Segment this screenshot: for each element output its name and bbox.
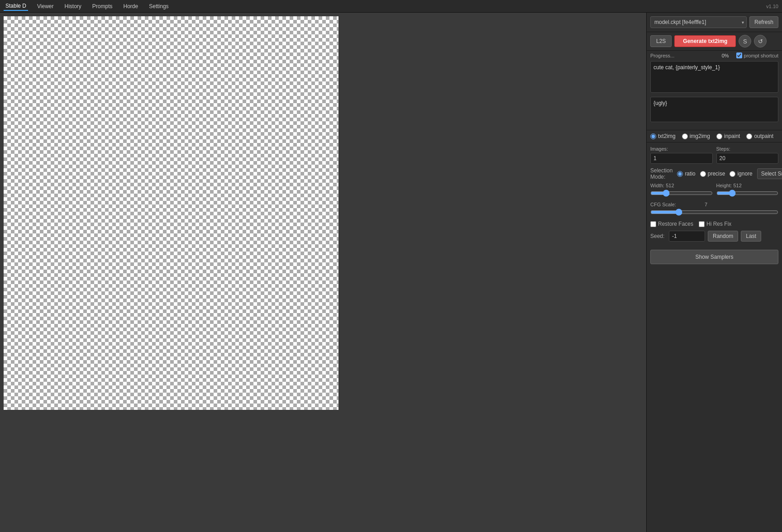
height-label: Height: 512	[716, 183, 779, 188]
menu-item-history[interactable]: History	[63, 2, 83, 10]
smart-preset-select[interactable]: Select Smart Preset Square Portrait Land…	[757, 168, 782, 179]
model-select-wrapper: model.ckpt [fe4efffe1]	[650, 16, 747, 28]
dimensions-row: Width: 512 Height: 512	[650, 183, 778, 198]
mode-inpaint[interactable]: inpaint	[716, 133, 740, 139]
menu-item-horde[interactable]: Horde	[122, 2, 140, 10]
s-icon-button[interactable]: S	[739, 35, 751, 48]
mode-img2img[interactable]: img2img	[682, 133, 710, 139]
width-value: 512	[666, 183, 674, 188]
version-label: v1.10	[766, 4, 778, 9]
height-field: Height: 512	[716, 183, 779, 198]
restore-faces-label[interactable]: Restore Faces	[650, 221, 693, 227]
mode-outpaint[interactable]: outpaint	[746, 133, 773, 139]
selection-ratio[interactable]: ratio	[677, 171, 695, 177]
mode-row: txt2img img2img inpaint outpaint	[647, 130, 782, 142]
canvas-area	[0, 13, 646, 532]
restore-faces-checkbox[interactable]	[650, 221, 656, 227]
right-panel: model.ckpt [fe4efffe1] Refresh L2S Gener…	[646, 13, 782, 532]
canvas[interactable]	[4, 16, 339, 410]
seed-input[interactable]	[669, 231, 705, 242]
selection-ratio-label: ratio	[685, 171, 695, 177]
width-slider[interactable]	[650, 190, 713, 197]
progress-value: 0%	[722, 53, 729, 58]
menu-bar: Stable D Viewer History Prompts Horde Se…	[0, 0, 782, 13]
action-row: L2S Generate txt2img S ↺	[647, 32, 782, 51]
selection-precise[interactable]: precise	[700, 171, 725, 177]
smart-preset-wrapper: Select Smart Preset Square Portrait Land…	[757, 168, 782, 179]
prompt-shortcut-label[interactable]: prompt shortcut	[736, 52, 778, 58]
prompt-section	[647, 61, 782, 130]
menu-item-settings[interactable]: Settings	[147, 2, 170, 10]
random-button[interactable]: Random	[708, 231, 738, 242]
hi-res-fix-checkbox[interactable]	[699, 221, 705, 227]
mode-img2img-label: img2img	[690, 133, 710, 139]
width-label: Width: 512	[650, 183, 713, 188]
steps-field: Steps:	[716, 146, 779, 164]
model-select[interactable]: model.ckpt [fe4efffe1]	[650, 16, 747, 28]
menu-item-stable-d[interactable]: Stable D	[4, 2, 28, 11]
progress-row: Progress... 0% prompt shortcut	[647, 51, 782, 61]
main-layout: model.ckpt [fe4efffe1] Refresh L2S Gener…	[0, 13, 782, 532]
model-row: model.ckpt [fe4efffe1] Refresh	[647, 13, 782, 32]
width-field: Width: 512	[650, 183, 713, 198]
height-value: 512	[733, 183, 741, 188]
cfg-scale-value: 7	[705, 202, 707, 207]
negative-prompt-textarea[interactable]	[650, 97, 778, 122]
selection-ignore-label: ignore	[737, 171, 752, 177]
seed-label: Seed:	[650, 233, 666, 239]
selection-mode-row: Selection Mode: ratio precise ignore Sel…	[650, 167, 778, 180]
generate-button[interactable]: Generate txt2img	[674, 35, 736, 47]
cfg-scale-field: CFG Scale: 7	[650, 202, 778, 217]
steps-label: Steps:	[716, 146, 779, 152]
height-slider[interactable]	[716, 190, 779, 197]
prompt-shortcut-checkbox[interactable]	[736, 52, 742, 58]
show-samplers-button[interactable]: Show Samplers	[650, 250, 778, 264]
last-button[interactable]: Last	[741, 231, 761, 242]
hi-res-fix-label[interactable]: Hi Res Fix	[699, 221, 731, 227]
selection-mode-label: Selection Mode:	[650, 167, 672, 180]
progress-label: Progress...	[650, 53, 674, 58]
mode-inpaint-label: inpaint	[724, 133, 740, 139]
images-input[interactable]	[650, 153, 713, 164]
mode-txt2img-label: txt2img	[658, 133, 676, 139]
images-label: Images:	[650, 146, 713, 152]
cfg-scale-label: CFG Scale: 7	[650, 202, 778, 207]
steps-input[interactable]	[716, 153, 779, 164]
restore-faces-text: Restore Faces	[658, 221, 693, 227]
hi-res-fix-text: Hi Res Fix	[706, 221, 731, 227]
positive-prompt-textarea[interactable]	[650, 61, 778, 93]
images-field: Images:	[650, 146, 713, 164]
settings-section: Images: Steps: Selection Mode: ratio pre…	[647, 142, 782, 250]
selection-precise-label: precise	[708, 171, 725, 177]
refresh-button[interactable]: Refresh	[749, 16, 778, 28]
l2s-button[interactable]: L2S	[650, 35, 672, 47]
mode-outpaint-label: outpaint	[754, 133, 773, 139]
menu-item-prompts[interactable]: Prompts	[91, 2, 114, 10]
selection-ignore[interactable]: ignore	[730, 171, 752, 177]
prompt-shortcut-text: prompt shortcut	[744, 53, 778, 58]
cfg-scale-slider[interactable]	[650, 209, 778, 216]
seed-row: Seed: Random Last	[650, 231, 778, 242]
checkbox-row: Restore Faces Hi Res Fix	[650, 221, 778, 227]
mode-txt2img[interactable]: txt2img	[650, 133, 676, 139]
images-steps-row: Images: Steps:	[650, 146, 778, 164]
menu-item-viewer[interactable]: Viewer	[35, 2, 55, 10]
loop-icon-button[interactable]: ↺	[754, 35, 767, 48]
